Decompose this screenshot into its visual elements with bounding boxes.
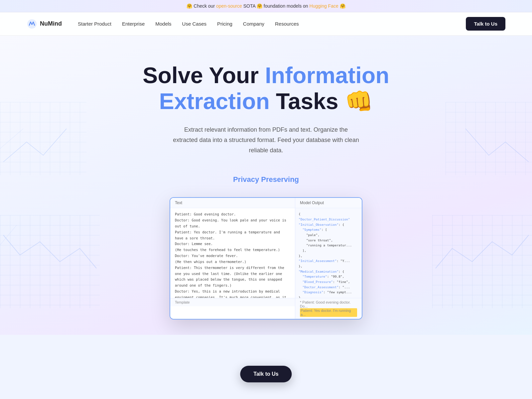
demo-container: Text Patient: Good evening doctor. Docto… [170, 197, 362, 320]
demo-output-panel: Model Output { "Doctor_Patient_Discussio… [295, 198, 362, 319]
demo-output-line-6: "sore throat", [299, 238, 358, 243]
demo-text-line-2: Doctor: Good evening. You look pale and … [175, 217, 290, 229]
nav-models[interactable]: Models [155, 21, 171, 27]
demo-output-line-5: "pale", [299, 232, 358, 238]
demo-output-line-14: "Blood_Pressure": "fine", [299, 279, 358, 285]
demo-output-line-2: "Doctor_Patient_Discussion" [299, 217, 358, 222]
hero-title-highlight2: Extraction [159, 88, 270, 114]
announcement-emoji-left: 🤗 [187, 3, 194, 9]
demo-footer-highlight: Patient: Yes doctor. I'm running a... [301, 309, 351, 317]
nav-links: Starter Product Enterprise Models Use Ca… [78, 21, 466, 27]
nav-starter-product[interactable]: Starter Product [78, 21, 111, 27]
nav-enterprise[interactable]: Enterprise [122, 21, 145, 27]
announcement-emoji-right: 🤗 [340, 3, 345, 9]
grid-decoration-top-right [446, 102, 532, 175]
logo-text: NuMind [40, 20, 62, 27]
demo-output-line-7: "running a temperatur... [299, 243, 358, 248]
privacy-label: Privacy Preserving [233, 175, 299, 184]
nav-talk-to-us-button[interactable]: Talk to Us [466, 17, 505, 31]
demo-footer-line2: Patient: Yes doctor. I'm running a... [300, 308, 357, 317]
demo-output-line-11: }, [299, 264, 358, 269]
demo-text-panel: Text Patient: Good evening doctor. Docto… [170, 198, 295, 319]
demo-output-line-1: { [299, 211, 358, 217]
svg-rect-2 [446, 102, 532, 175]
demo-output-line-9: }, [299, 253, 358, 259]
hero-subtitle: Extract relevant information from PDFs a… [173, 125, 359, 155]
demo-text-line-4: Doctor: Lemme see. [175, 241, 290, 247]
nav-resources[interactable]: Resources [275, 21, 299, 27]
grid-decoration-top-left [0, 102, 86, 175]
announcement-text-middle: SOTA 🤗 foundation models on [243, 3, 310, 9]
announcement-hugging-face-link[interactable]: Hugging Face [310, 3, 338, 9]
hero-title-part3: Tasks 👊 [270, 88, 373, 114]
bottom-cta-container: Talk to Us [240, 366, 292, 382]
announcement-bar: 🤗 Check our open-source SOTA 🤗 foundatio… [0, 0, 532, 12]
demo-output-panel-header: Model Output [295, 198, 362, 208]
demo-output-panel-footer: * Patient: Good evening doctor. Do... Pa… [295, 298, 362, 319]
nav-company[interactable]: Company [243, 21, 264, 27]
logo-icon [27, 19, 37, 29]
demo-text-line-8: Patient: This thermometer is very differ… [175, 265, 290, 289]
announcement-text-before: Check our [194, 3, 216, 9]
demo-output-line-17: }, [299, 295, 358, 298]
navbar: NuMind Starter Product Enterprise Models… [0, 12, 532, 36]
demo-text-line-6: Doctor: You've moderate fever. [175, 253, 290, 259]
demo-output-line-3: "Initial_Observation": { [299, 222, 358, 227]
demo-footer-line1: * Patient: Good evening doctor. Do... [300, 300, 357, 308]
demo-output-panel-content: { "Doctor_Patient_Discussion" "Initial_O… [295, 208, 362, 298]
demo-text-line-1: Patient: Good evening doctor. [175, 211, 290, 217]
svg-rect-1 [0, 102, 86, 175]
nav-use-cases[interactable]: Use Cases [182, 21, 206, 27]
demo-output-line-16: "Diagnosis": "few sympt... [299, 290, 358, 295]
demo-output-line-15: "Doctor_Assessment": "... [299, 285, 358, 290]
nav-pricing[interactable]: Pricing [217, 21, 232, 27]
demo-text-panel-header: Text [170, 198, 295, 208]
svg-rect-4 [432, 215, 532, 308]
announcement-open-source-link[interactable]: open-source [216, 3, 242, 9]
bottom-talk-to-us-button[interactable]: Talk to Us [240, 366, 292, 382]
grid-decoration-bottom-left [0, 215, 100, 308]
demo-output-line-4: "Symptoms": [ [299, 227, 358, 232]
demo-text-panel-content: Patient: Good evening doctor. Doctor: Go… [170, 208, 295, 298]
demo-text-line-9: Doctor: Yes, this is a new introduction … [175, 289, 290, 298]
logo[interactable]: NuMind [27, 19, 62, 29]
demo-text-panel-footer: Template [170, 298, 295, 306]
grid-decoration-bottom-right [432, 215, 532, 308]
svg-rect-3 [0, 215, 100, 308]
demo-output-line-8: ], [299, 248, 358, 253]
demo-text-line-5: (He touches the forehead to feel the tem… [175, 247, 290, 253]
demo-text-line-3: Patient: Yes doctor. I'm running a tempe… [175, 229, 290, 241]
hero-section: Solve Your Information Extraction Tasks … [0, 36, 532, 335]
demo-output-line-13: "Temperature": "99.8", [299, 274, 358, 279]
hero-title-highlight1: Information [265, 63, 389, 88]
demo-text-line-7: (He then whips out a thermometer.) [175, 259, 290, 265]
hero-title: Solve Your Information Extraction Tasks … [143, 62, 389, 114]
demo-output-line-12: "Medical_Examination": { [299, 269, 358, 274]
hero-title-part1: Solve Your [143, 63, 265, 88]
demo-output-line-10: "Initial_Assessment": "Y... [299, 258, 358, 264]
